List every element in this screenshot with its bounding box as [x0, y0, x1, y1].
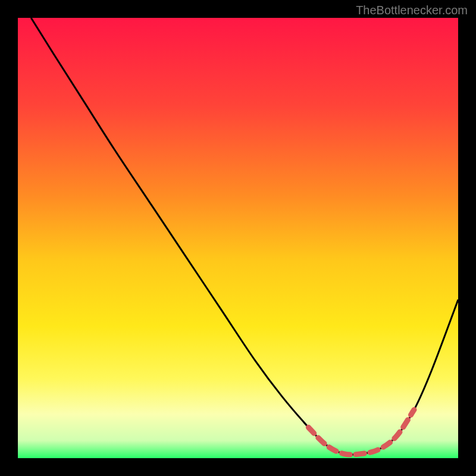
optimal-range-marker — [308, 410, 414, 455]
watermark-text: TheBottlenecker.com — [356, 4, 468, 17]
bottleneck-curve — [31, 18, 458, 455]
curve-layer — [18, 18, 458, 458]
plot-area — [18, 18, 458, 458]
chart-frame — [0, 0, 476, 476]
